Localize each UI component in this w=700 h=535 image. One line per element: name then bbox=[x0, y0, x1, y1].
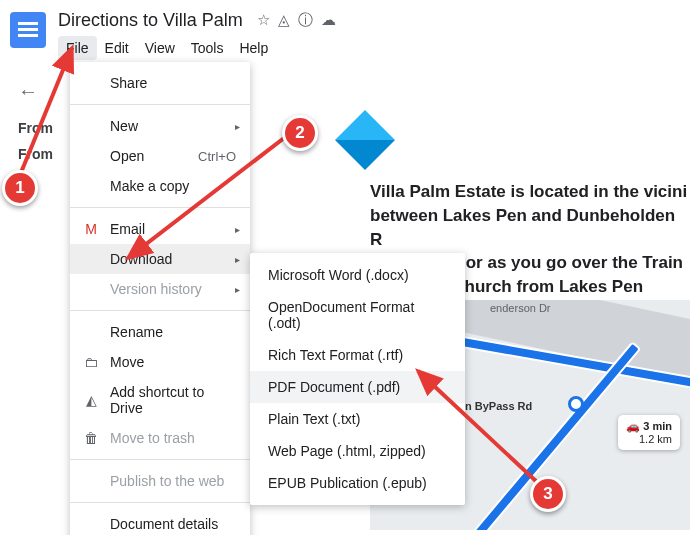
menu-label: Move to trash bbox=[110, 430, 195, 446]
menu-label: Email bbox=[110, 221, 145, 237]
submenu-arrow-icon: ▸ bbox=[235, 121, 240, 132]
menu-open[interactable]: Open Ctrl+O bbox=[70, 141, 250, 171]
map-road-label: enderson Dr bbox=[490, 302, 551, 314]
menu-file[interactable]: File bbox=[58, 36, 97, 60]
menu-publish[interactable]: Publish to the web bbox=[70, 466, 250, 496]
menu-version-history[interactable]: Version history ▸ bbox=[70, 274, 250, 304]
drive-icon[interactable]: ◬ bbox=[278, 11, 290, 29]
outline-item[interactable]: From bbox=[18, 120, 53, 136]
file-dropdown: Share New ▸ Open Ctrl+O Make a copy M Em… bbox=[70, 62, 250, 535]
menu-label: Rename bbox=[110, 324, 163, 340]
menu-label: Document details bbox=[110, 516, 218, 532]
submenu-arrow-icon: ▸ bbox=[235, 224, 240, 235]
document-title[interactable]: Directions to Villa Palm bbox=[58, 10, 243, 31]
star-icon[interactable]: ☆ bbox=[257, 11, 270, 29]
menu-label: Share bbox=[110, 75, 147, 91]
menu-help[interactable]: Help bbox=[231, 36, 276, 60]
map-road-label: n ByPass Rd bbox=[465, 400, 532, 412]
menu-rename[interactable]: Rename bbox=[70, 317, 250, 347]
annotation-badge-2: 2 bbox=[282, 115, 318, 151]
menu-move-to-trash[interactable]: 🗑 Move to trash bbox=[70, 423, 250, 453]
folder-icon: 🗀 bbox=[82, 354, 100, 370]
menu-make-copy[interactable]: Make a copy bbox=[70, 171, 250, 201]
eta-distance: 1.2 km bbox=[626, 433, 672, 445]
menu-new[interactable]: New ▸ bbox=[70, 111, 250, 141]
menu-label: New bbox=[110, 118, 138, 134]
back-arrow-icon[interactable]: ← bbox=[18, 80, 38, 103]
menu-move[interactable]: 🗀 Move bbox=[70, 347, 250, 377]
download-rtf[interactable]: Rich Text Format (.rtf) bbox=[250, 339, 465, 371]
menu-label: Download bbox=[110, 251, 172, 267]
download-odt[interactable]: OpenDocument Format (.odt) bbox=[250, 291, 465, 339]
menu-bar: File Edit View Tools Help bbox=[58, 36, 340, 60]
menu-label: Move bbox=[110, 354, 144, 370]
menu-edit[interactable]: Edit bbox=[97, 36, 137, 60]
download-txt[interactable]: Plain Text (.txt) bbox=[250, 403, 465, 435]
menu-label: Publish to the web bbox=[110, 473, 224, 489]
menu-download[interactable]: Download ▸ bbox=[70, 244, 250, 274]
annotation-badge-3: 3 bbox=[530, 476, 566, 512]
map-marker-icon bbox=[568, 396, 584, 412]
download-html[interactable]: Web Page (.html, zipped) bbox=[250, 435, 465, 467]
menu-add-shortcut[interactable]: ◭ Add shortcut to Drive bbox=[70, 377, 250, 423]
eta-time: 3 min bbox=[643, 420, 672, 432]
download-docx[interactable]: Microsoft Word (.docx) bbox=[250, 259, 465, 291]
car-icon: 🚗 bbox=[626, 420, 640, 432]
menu-view[interactable]: View bbox=[137, 36, 183, 60]
menu-label: Open bbox=[110, 148, 144, 164]
docs-app-icon[interactable] bbox=[10, 12, 46, 48]
document-outline: From From bbox=[18, 120, 53, 172]
submenu-arrow-icon: ▸ bbox=[235, 284, 240, 295]
cloud-icon[interactable]: ☁ bbox=[321, 11, 336, 29]
gmail-icon: M bbox=[82, 221, 100, 237]
menu-document-details[interactable]: Document details bbox=[70, 509, 250, 535]
menu-label: Make a copy bbox=[110, 178, 189, 194]
trash-icon: 🗑 bbox=[82, 430, 100, 446]
annotation-badge-1: 1 bbox=[2, 170, 38, 206]
map-eta-bubble: 🚗 3 min 1.2 km bbox=[618, 415, 680, 450]
download-epub[interactable]: EPUB Publication (.epub) bbox=[250, 467, 465, 499]
shortcut-label: Ctrl+O bbox=[198, 149, 236, 164]
windows-club-logo bbox=[335, 110, 395, 170]
info-icon[interactable]: ⓘ bbox=[298, 11, 313, 30]
menu-tools[interactable]: Tools bbox=[183, 36, 232, 60]
menu-share[interactable]: Share bbox=[70, 68, 250, 98]
drive-shortcut-icon: ◭ bbox=[82, 392, 100, 408]
download-pdf[interactable]: PDF Document (.pdf) bbox=[250, 371, 465, 403]
download-submenu: Microsoft Word (.docx) OpenDocument Form… bbox=[250, 253, 465, 505]
outline-item[interactable]: From bbox=[18, 146, 53, 162]
menu-label: Version history bbox=[110, 281, 202, 297]
submenu-arrow-icon: ▸ bbox=[235, 254, 240, 265]
menu-email[interactable]: M Email ▸ bbox=[70, 214, 250, 244]
menu-label: Add shortcut to Drive bbox=[110, 384, 236, 416]
